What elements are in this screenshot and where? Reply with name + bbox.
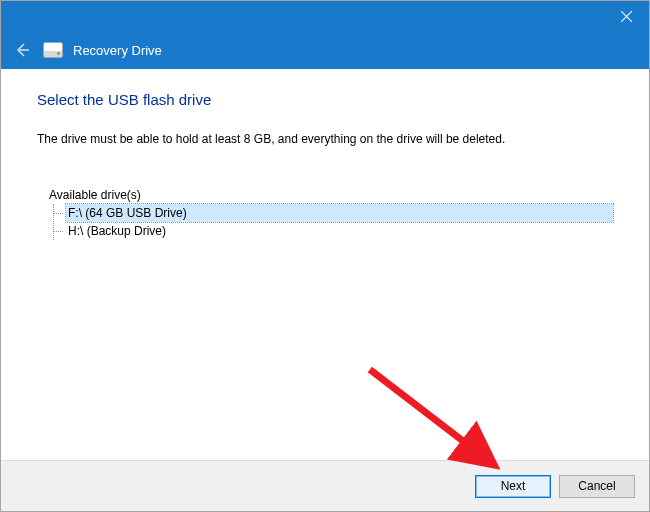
wizard-header: Recovery Drive — [1, 31, 649, 69]
close-icon — [621, 11, 632, 22]
titlebar — [1, 1, 649, 31]
back-arrow-icon — [14, 42, 30, 58]
wizard-footer: Next Cancel — [1, 460, 649, 511]
tree-root-label: Available drive(s) — [47, 186, 613, 204]
page-heading: Select the USB flash drive — [37, 91, 613, 108]
next-button[interactable]: Next — [475, 475, 551, 498]
page-instruction: The drive must be able to hold at least … — [37, 132, 613, 146]
window-close-button[interactable] — [603, 1, 649, 31]
tree-children: F:\ (64 GB USB Drive) H:\ (Backup Drive) — [53, 204, 613, 240]
back-button[interactable] — [11, 39, 33, 61]
wizard-content: Select the USB flash drive The drive mus… — [1, 69, 649, 460]
drive-icon — [43, 42, 63, 58]
cancel-button[interactable]: Cancel — [559, 475, 635, 498]
available-drives-tree: Available drive(s) F:\ (64 GB USB Drive)… — [47, 186, 613, 240]
wizard-title: Recovery Drive — [73, 43, 162, 58]
drive-option-h[interactable]: H:\ (Backup Drive) — [66, 222, 613, 240]
drive-option-f[interactable]: F:\ (64 GB USB Drive) — [66, 204, 613, 222]
recovery-drive-window: Recovery Drive Select the USB flash driv… — [0, 0, 650, 512]
